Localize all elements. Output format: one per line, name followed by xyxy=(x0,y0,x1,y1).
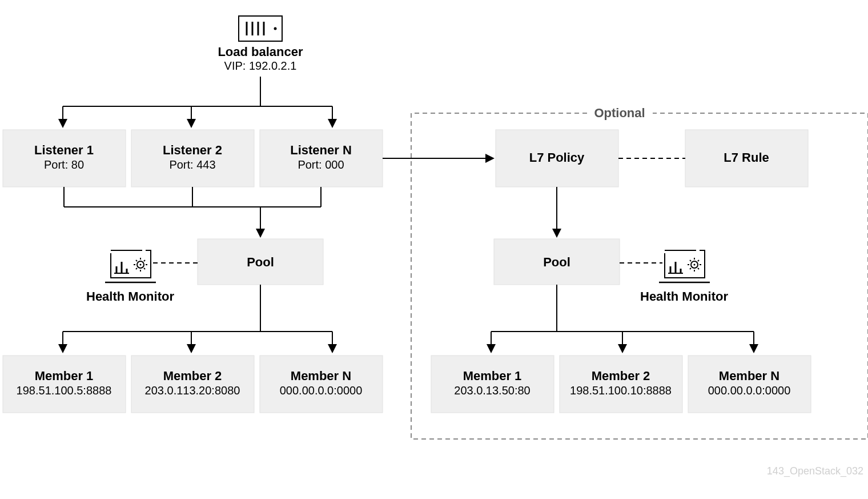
pool-right-label: Pool xyxy=(543,255,570,269)
l7-policy-label: L7 Policy xyxy=(529,150,585,165)
svg-line-60 xyxy=(698,268,699,269)
health-monitor-left-icon xyxy=(105,250,156,282)
svg-line-59 xyxy=(690,260,691,261)
svg-line-34 xyxy=(144,260,145,261)
svg-line-32 xyxy=(144,268,145,269)
member-right-2-sub: 198.51.100.10:8888 xyxy=(570,384,672,397)
member-right-n-title: Member N xyxy=(719,369,779,383)
member-left-1-sub: 198.51.100.5:8888 xyxy=(17,384,112,397)
member-left-n-title: Member N xyxy=(291,369,351,383)
server-icon xyxy=(239,16,282,41)
listener-n-title: Listener N xyxy=(290,143,352,157)
member-right-1-title: Member 1 xyxy=(463,369,522,383)
l7-rule-label: L7 Rule xyxy=(724,150,769,165)
member-right-1-box: Member 1 203.0.13.50:80 xyxy=(431,356,554,413)
member-left-2-sub: 203.0.113.20:8080 xyxy=(145,384,240,397)
listener-1-title: Listener 1 xyxy=(34,143,94,157)
pool-left-label: Pool xyxy=(247,255,274,269)
lb-title: Load balancer xyxy=(218,45,303,59)
svg-point-54 xyxy=(694,264,696,266)
listener-2-box: Listener 2 Port: 443 xyxy=(131,130,254,187)
listener-1-sub: Port: 80 xyxy=(44,158,84,171)
listener-2-sub: Port: 443 xyxy=(169,158,215,171)
member-right-n-sub: 000.00.0.0:0000 xyxy=(708,384,791,397)
svg-line-33 xyxy=(136,268,137,269)
svg-line-61 xyxy=(690,268,691,269)
lb-sub: VIP: 192.0.2.1 xyxy=(224,59,297,72)
health-monitor-right-label: Health Monitor xyxy=(640,289,728,304)
listener-n-box: Listener N Port: 000 xyxy=(260,130,383,187)
member-left-1-title: Member 1 xyxy=(35,369,94,383)
member-left-2-box: Member 2 203.0.113.20:8080 xyxy=(131,356,254,413)
member-left-n-box: Member N 000.00.0.0:0000 xyxy=(260,356,383,413)
watermark: 143_OpenStack_032 xyxy=(767,465,863,477)
listener-2-title: Listener 2 xyxy=(163,143,222,157)
member-left-1-box: Member 1 198.51.100.5:8888 xyxy=(3,356,126,413)
health-monitor-left-label: Health Monitor xyxy=(86,289,174,304)
listener-1-box: Listener 1 Port: 80 xyxy=(3,130,126,187)
member-right-2-box: Member 2 198.51.100.10:8888 xyxy=(560,356,682,413)
member-right-2-title: Member 2 xyxy=(592,369,650,383)
member-left-n-sub: 000.00.0.0:0000 xyxy=(280,384,363,397)
listener-n-sub: Port: 000 xyxy=(298,158,344,171)
svg-point-26 xyxy=(140,264,142,266)
svg-line-62 xyxy=(698,260,699,261)
svg-point-5 xyxy=(274,27,277,30)
member-right-1-sub: 203.0.13.50:80 xyxy=(454,384,530,397)
svg-line-31 xyxy=(136,260,137,261)
diagram-svg: Load balancer VIP: 192.0.2.1 Listener 1 … xyxy=(0,0,868,499)
member-right-n-box: Member N 000.00.0.0:0000 xyxy=(688,356,811,413)
optional-label: Optional xyxy=(594,106,645,120)
health-monitor-right-icon xyxy=(659,250,710,282)
member-left-2-title: Member 2 xyxy=(163,369,222,383)
